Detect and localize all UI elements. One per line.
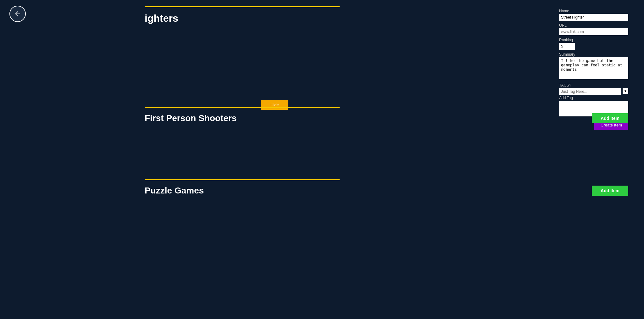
puzzle-section: Puzzle Games Add Item	[145, 186, 635, 196]
tags-container: ▼	[559, 88, 628, 95]
summary-field-group: Summary I like the game but the gameplay…	[559, 52, 628, 81]
puzzle-add-item-button[interactable]: Add Item	[592, 186, 628, 196]
ranking-field-group: Ranking	[559, 38, 628, 50]
fps-section: First Person Shooters Add Item	[145, 113, 635, 123]
summary-label: Summary	[559, 52, 628, 57]
section-title-partial: ighters	[145, 13, 178, 24]
fps-section-header: First Person Shooters Add Item	[145, 113, 635, 123]
puzzle-section-title: Puzzle Games	[145, 186, 204, 196]
url-label: URL	[559, 23, 628, 28]
fps-add-item-button[interactable]: Add Item	[592, 113, 628, 123]
fps-section-title: First Person Shooters	[145, 113, 237, 123]
name-label: Name	[559, 9, 628, 13]
tags-dropdown-arrow-button[interactable]: ▼	[623, 88, 628, 94]
tags-label: TAGS?	[559, 83, 628, 87]
add-tag-label: Add Tag	[559, 96, 628, 100]
back-arrow-icon	[14, 10, 21, 18]
ranking-label: Ranking	[559, 38, 628, 42]
url-input[interactable]	[559, 28, 628, 35]
hide-button[interactable]: Hide	[261, 100, 288, 110]
name-input[interactable]	[559, 14, 628, 21]
fps-divider-line	[145, 107, 340, 108]
puzzle-divider-line	[145, 179, 340, 180]
create-item-form: Name URL Ranking Summary I like the game…	[559, 9, 628, 130]
section-top-divider	[145, 6, 340, 7]
url-field-group: URL	[559, 23, 628, 35]
name-field-group: Name	[559, 9, 628, 21]
ranking-input[interactable]	[559, 43, 575, 50]
tags-input[interactable]	[559, 88, 621, 95]
tags-input-wrap	[559, 88, 621, 95]
tags-field-group: TAGS? ▼ Add Tag	[559, 83, 628, 116]
summary-textarea[interactable]: I like the game but the gameplay can fee…	[559, 57, 628, 79]
back-button[interactable]	[9, 6, 26, 22]
puzzle-section-header: Puzzle Games Add Item	[145, 186, 635, 196]
